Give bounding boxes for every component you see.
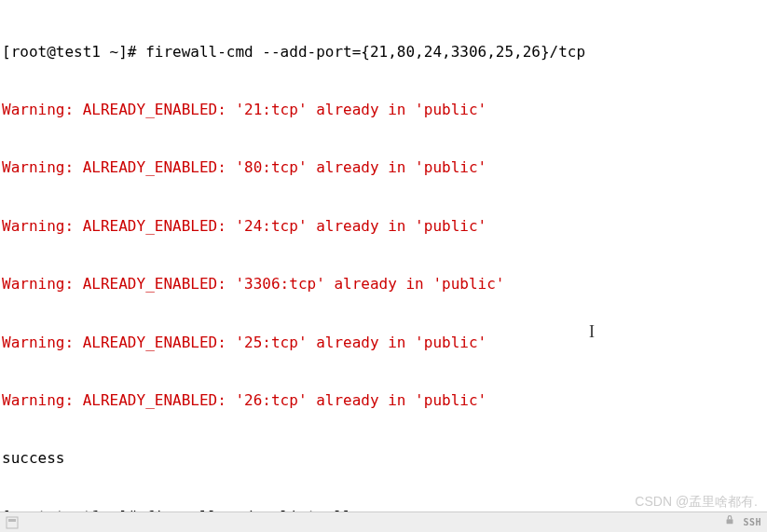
status-bar: SSH (0, 512, 767, 532)
svg-rect-2 (726, 519, 733, 524)
svg-rect-1 (8, 519, 16, 522)
warning-line: Warning: ALREADY_ENABLED: '25:tcp' alrea… (2, 334, 765, 353)
lock-icon (724, 514, 737, 527)
success-line: success (2, 449, 765, 469)
warning-line: Warning: ALREADY_ENABLED: '80:tcp' alrea… (2, 158, 765, 178)
status-right: SSH (724, 514, 761, 529)
terminal-output[interactable]: [root@test1 ~]# firewall-cmd --add-port=… (0, 0, 767, 532)
warning-line: Warning: ALREADY_ENABLED: '24:tcp' alrea… (2, 217, 765, 237)
status-icon (6, 516, 19, 529)
warning-line: Warning: ALREADY_ENABLED: '3306:tcp' alr… (2, 275, 765, 294)
warning-line: Warning: ALREADY_ENABLED: '21:tcp' alrea… (2, 101, 765, 120)
cmd-add-port: firewall-cmd --add-port={21,80,24,3306,2… (145, 43, 585, 61)
command-line-1: [root@test1 ~]# firewall-cmd --add-port=… (2, 43, 765, 62)
prompt: [root@test1 ~]# (2, 43, 145, 61)
status-left (6, 516, 19, 529)
ssh-label: SSH (743, 517, 761, 527)
svg-rect-0 (7, 517, 18, 528)
warning-line: Warning: ALREADY_ENABLED: '26:tcp' alrea… (2, 391, 765, 411)
